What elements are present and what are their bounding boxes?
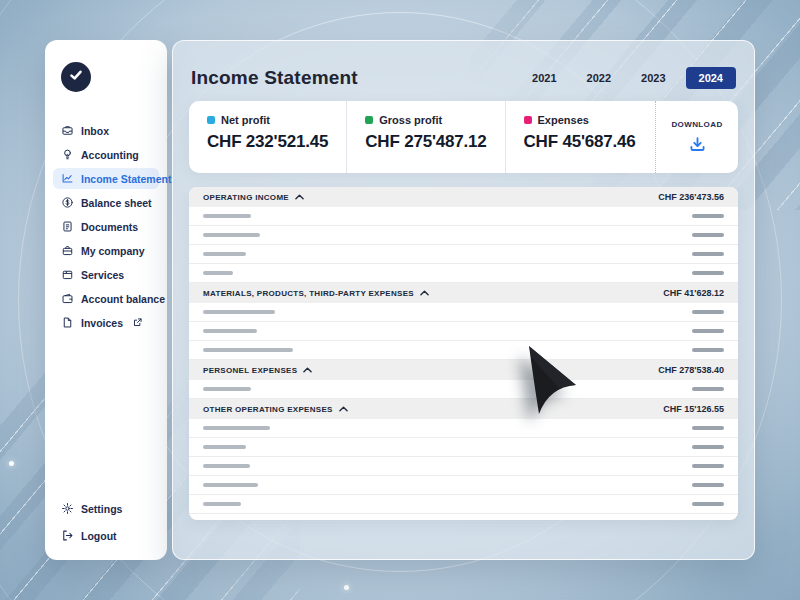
chevron-up-icon <box>295 194 304 200</box>
summary-card: Net profitCHF 232'521.45Gross profitCHF … <box>189 101 738 173</box>
chart-line-icon <box>61 172 74 185</box>
sidebar-item-inbox[interactable]: Inbox <box>53 120 159 141</box>
section-header-other-operating-expenses[interactable]: OTHER OPERATING EXPENSESCHF 15'126.55 <box>189 399 738 419</box>
year-tab-2021[interactable]: 2021 <box>522 67 566 89</box>
gear-icon <box>61 502 74 515</box>
row-label-placeholder <box>203 310 275 314</box>
row-value-placeholder <box>692 502 724 506</box>
download-button[interactable]: DOWNLOAD <box>656 101 738 173</box>
sidebar-item-label: Balance sheet <box>81 197 152 209</box>
table-row <box>189 245 738 264</box>
app-window: InboxAccountingIncome StatementBalance s… <box>45 40 755 560</box>
chevron-up-icon <box>339 406 348 412</box>
document-icon <box>61 220 74 233</box>
external-link-icon <box>132 317 143 328</box>
sidebar-item-label: Account balance <box>81 293 165 305</box>
row-value-placeholder <box>692 348 724 352</box>
row-value-placeholder <box>692 329 724 333</box>
download-icon <box>688 135 707 154</box>
sidebar-item-label: Inbox <box>81 125 109 137</box>
table-row <box>189 476 738 495</box>
table-row <box>189 207 738 226</box>
table-row <box>189 380 738 399</box>
section-total: CHF 15'126.55 <box>663 404 724 414</box>
section-total: CHF 278'538.40 <box>658 365 724 375</box>
row-label-placeholder <box>203 252 246 256</box>
section-title: OPERATING INCOME <box>203 193 289 202</box>
section-title: PERSONEL EXPENSES <box>203 366 297 375</box>
dollar-circle-icon <box>61 196 74 209</box>
sidebar-item-label: Accounting <box>81 149 139 161</box>
year-tab-2024[interactable]: 2024 <box>686 67 736 89</box>
row-label-placeholder <box>203 271 233 275</box>
chevron-up-icon <box>303 367 312 373</box>
section-total: CHF 236'473.56 <box>658 192 724 202</box>
sidebar-nav: InboxAccountingIncome StatementBalance s… <box>53 120 159 333</box>
sidebar-item-label: My company <box>81 245 145 257</box>
metric-legend: Gross profit <box>365 114 486 126</box>
metric-expenses: ExpensesCHF 45'687.46 <box>506 101 656 173</box>
row-label-placeholder <box>203 214 251 218</box>
box-icon <box>61 268 74 281</box>
sidebar-item-settings[interactable]: Settings <box>53 498 159 519</box>
row-value-placeholder <box>692 271 724 275</box>
table-row <box>189 303 738 322</box>
sidebar-item-logout[interactable]: Logout <box>53 525 159 546</box>
legend-swatch <box>524 116 532 124</box>
section-title: OTHER OPERATING EXPENSES <box>203 405 333 414</box>
wallet-icon <box>61 292 74 305</box>
sidebar-item-label: Logout <box>81 530 117 542</box>
sidebar-item-services[interactable]: Services <box>53 264 159 285</box>
table-row <box>189 341 738 360</box>
row-label-placeholder <box>203 387 251 391</box>
table-row <box>189 264 738 283</box>
legend-swatch <box>365 116 373 124</box>
row-value-placeholder <box>692 445 724 449</box>
sidebar-item-label: Settings <box>81 503 122 515</box>
legend-swatch <box>207 116 215 124</box>
row-label-placeholder <box>203 445 246 449</box>
main-panel: Income Statement 2021202220232024 Net pr… <box>172 40 755 560</box>
table-row <box>189 438 738 457</box>
row-label-placeholder <box>203 502 241 506</box>
app-logo <box>61 62 91 92</box>
sidebar-item-my-company[interactable]: My company <box>53 240 159 261</box>
table-row <box>189 495 738 514</box>
row-value-placeholder <box>692 426 724 430</box>
section-header-materials-products-third-party-expenses[interactable]: MATERIALS, PRODUCTS, THIRD-PARTY EXPENSE… <box>189 283 738 303</box>
sidebar-item-label: Documents <box>81 221 138 233</box>
metric-label: Gross profit <box>379 114 442 126</box>
sidebar-item-documents[interactable]: Documents <box>53 216 159 237</box>
income-statement-table: OPERATING INCOMECHF 236'473.56MATERIALS,… <box>189 187 738 520</box>
year-tab-2022[interactable]: 2022 <box>577 67 621 89</box>
check-logo-icon <box>68 67 84 87</box>
metric-value: CHF 275'487.12 <box>365 132 486 152</box>
metric-value: CHF 232'521.45 <box>207 132 328 152</box>
row-value-placeholder <box>692 387 724 391</box>
year-tab-2023[interactable]: 2023 <box>631 67 675 89</box>
table-row <box>189 322 738 341</box>
sidebar-footer: SettingsLogout <box>53 498 159 546</box>
briefcase-icon <box>61 244 74 257</box>
table-row <box>189 226 738 245</box>
sidebar-item-balance-sheet[interactable]: Balance sheet <box>53 192 159 213</box>
sidebar-item-label: Services <box>81 269 124 281</box>
page-title: Income Statement <box>191 67 358 89</box>
section-header-personel-expenses[interactable]: PERSONEL EXPENSESCHF 278'538.40 <box>189 360 738 380</box>
header-row: Income Statement 2021202220232024 <box>189 67 738 89</box>
sidebar-item-invoices[interactable]: Invoices <box>53 312 159 333</box>
table-row <box>189 419 738 438</box>
sidebar-item-accounting[interactable]: Accounting <box>53 144 159 165</box>
sidebar-item-label: Income Statement <box>81 173 171 185</box>
metric-label: Net profit <box>221 114 270 126</box>
download-label: DOWNLOAD <box>671 120 722 129</box>
logout-icon <box>61 529 74 542</box>
metric-net-profit: Net profitCHF 232'521.45 <box>189 101 347 173</box>
bulb-icon <box>61 148 74 161</box>
row-value-placeholder <box>692 233 724 237</box>
section-header-operating-income[interactable]: OPERATING INCOMECHF 236'473.56 <box>189 187 738 207</box>
sidebar-item-income-statement[interactable]: Income Statement <box>53 168 159 189</box>
sidebar-item-account-balance[interactable]: Account balance <box>53 288 159 309</box>
row-label-placeholder <box>203 426 270 430</box>
row-value-placeholder <box>692 310 724 314</box>
